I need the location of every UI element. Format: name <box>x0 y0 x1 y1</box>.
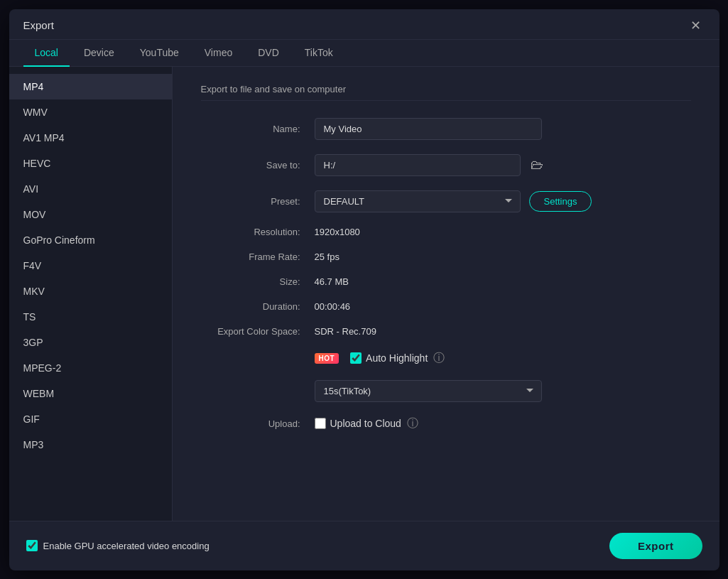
format-mp3[interactable]: MP3 <box>9 432 172 458</box>
section-title: Export to file and save on computer <box>201 84 691 101</box>
resolution-value: 1920x1080 <box>315 227 360 237</box>
colorspace-label: Export Color Space: <box>201 326 315 337</box>
save-to-row: Save to: 🗁 <box>201 154 691 176</box>
format-hevc[interactable]: HEVC <box>9 151 172 176</box>
duration-label: Duration: <box>201 301 315 312</box>
save-to-input-row: 🗁 <box>315 154 548 176</box>
resolution-row: Resolution: 1920x1080 <box>201 227 691 237</box>
settings-button[interactable]: Settings <box>529 191 592 212</box>
size-label: Size: <box>201 276 315 287</box>
tab-vimeo[interactable]: Vimeo <box>193 40 244 67</box>
preset-row: Preset: DEFAULT High Quality Medium Qual… <box>201 190 691 212</box>
format-mp4[interactable]: MP4 <box>9 74 172 99</box>
format-webm[interactable]: WEBM <box>9 381 172 406</box>
tab-local[interactable]: Local <box>23 40 70 67</box>
tiktok-row: 15s(TikTok) 30s(TikTok) 60s(TikTok) <box>201 380 691 402</box>
framerate-value: 25 fps <box>315 251 339 262</box>
format-mkv[interactable]: MKV <box>9 278 172 304</box>
format-avi[interactable]: AVI <box>9 176 172 202</box>
auto-highlight-text: Auto Highlight <box>366 352 428 364</box>
dialog-header: Export ✕ <box>9 9 719 40</box>
dialog-title: Export <box>23 19 54 31</box>
format-3gp[interactable]: 3GP <box>9 330 172 355</box>
format-wmv[interactable]: WMV <box>9 99 172 125</box>
resolution-label: Resolution: <box>201 227 315 237</box>
preset-controls: DEFAULT High Quality Medium Quality Low … <box>315 190 592 212</box>
format-gopro[interactable]: GoPro Cineform <box>9 227 172 253</box>
gpu-checkbox[interactable] <box>26 540 38 551</box>
format-ts[interactable]: TS <box>9 304 172 330</box>
tiktok-duration-select[interactable]: 15s(TikTok) 30s(TikTok) 60s(TikTok) <box>315 380 542 402</box>
upload-row: Upload: Upload to Cloud ⓘ <box>201 416 691 431</box>
name-row: Name: <box>201 118 691 140</box>
auto-highlight-info-icon[interactable]: ⓘ <box>433 351 445 366</box>
preset-select[interactable]: DEFAULT High Quality Medium Quality Low … <box>315 190 521 212</box>
format-sidebar: MP4 WMV AV1 MP4 HEVC AVI MOV GoPro Cinef… <box>9 67 173 521</box>
duration-row: Duration: 00:00:46 <box>201 301 691 312</box>
colorspace-value: SDR - Rec.709 <box>315 326 376 337</box>
highlight-row: HOT Auto Highlight ⓘ <box>201 351 691 366</box>
dialog-footer: Enable GPU accelerated video encoding Ex… <box>9 521 719 570</box>
upload-controls: Upload to Cloud ⓘ <box>315 416 418 431</box>
highlight-controls: HOT Auto Highlight ⓘ <box>315 351 445 366</box>
format-mov[interactable]: MOV <box>9 202 172 227</box>
framerate-row: Frame Rate: 25 fps <box>201 251 691 262</box>
colorspace-row: Export Color Space: SDR - Rec.709 <box>201 326 691 337</box>
folder-button[interactable]: 🗁 <box>526 155 548 175</box>
main-panel: Export to file and save on computer Name… <box>173 67 719 521</box>
close-button[interactable]: ✕ <box>686 18 705 33</box>
export-dialog: Export ✕ Local Device YouTube Vimeo DVD … <box>9 9 719 570</box>
tab-dvd[interactable]: DVD <box>246 40 290 67</box>
gpu-row: Enable GPU accelerated video encoding <box>26 540 210 551</box>
format-gif[interactable]: GIF <box>9 406 172 432</box>
content-area: MP4 WMV AV1 MP4 HEVC AVI MOV GoPro Cinef… <box>9 67 719 521</box>
upload-label: Upload: <box>201 418 315 429</box>
size-value: 46.7 MB <box>315 276 349 287</box>
name-input[interactable] <box>315 118 542 140</box>
duration-value: 00:00:46 <box>315 301 351 312</box>
hot-badge: HOT <box>315 353 339 364</box>
save-to-label: Save to: <box>201 160 315 171</box>
name-label: Name: <box>201 124 315 134</box>
preset-label: Preset: <box>201 196 315 207</box>
save-to-input[interactable] <box>315 154 521 176</box>
size-row: Size: 46.7 MB <box>201 276 691 287</box>
auto-highlight-checkbox[interactable] <box>350 352 362 364</box>
upload-cloud-checkbox[interactable] <box>315 418 326 429</box>
tab-youtube[interactable]: YouTube <box>129 40 190 67</box>
format-mpeg2[interactable]: MPEG-2 <box>9 355 172 381</box>
upload-cloud-text: Upload to Cloud <box>330 418 401 429</box>
gpu-label: Enable GPU accelerated video encoding <box>43 541 210 551</box>
tab-device[interactable]: Device <box>72 40 126 67</box>
upload-cloud-info-icon[interactable]: ⓘ <box>407 416 418 431</box>
tab-tiktok[interactable]: TikTok <box>293 40 344 67</box>
auto-highlight-label[interactable]: Auto Highlight <box>350 352 428 364</box>
framerate-label: Frame Rate: <box>201 251 315 262</box>
format-av1mp4[interactable]: AV1 MP4 <box>9 125 172 151</box>
format-f4v[interactable]: F4V <box>9 253 172 278</box>
tab-bar: Local Device YouTube Vimeo DVD TikTok <box>9 40 719 67</box>
export-button[interactable]: Export <box>609 533 702 559</box>
upload-cloud-label[interactable]: Upload to Cloud <box>315 418 401 429</box>
